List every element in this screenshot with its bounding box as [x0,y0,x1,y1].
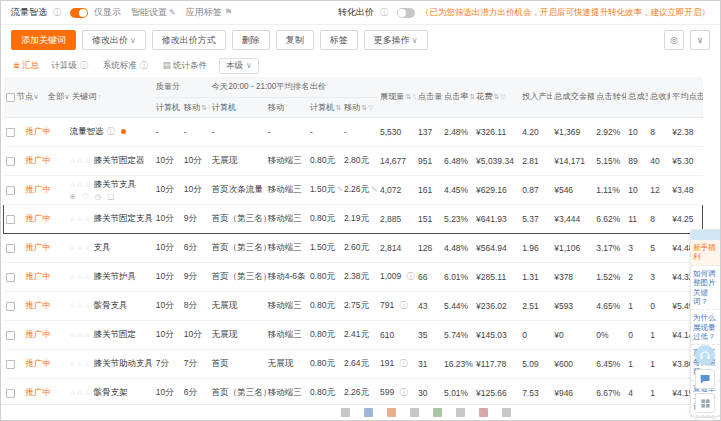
delete-button[interactable]: 删除 [232,30,270,50]
sort-icon[interactable]: ⇅ [470,93,474,100]
keyword-label[interactable]: 膝关节支具 [93,179,136,189]
table-row[interactable]: 推广中☆☆☆髌骨支架10分6分首页（第三名）移动端三0.80元2.26元599 … [4,378,703,407]
row-checkbox[interactable] [6,360,15,369]
row-checkbox[interactable] [6,157,15,166]
traffic-smart-toggle[interactable] [70,8,88,18]
more-actions-button[interactable]: 更多操作∨ [364,30,428,50]
modify-bid-mode-button[interactable]: 修改出价方式 [152,30,226,50]
star-rating-icons[interactable]: ☆☆☆ [70,157,92,164]
edit-bid-icon[interactable]: ✎ [337,185,342,194]
table-row[interactable]: 推广中☆☆☆膝关节固定支具10分9分首页（第三名）移动端三0.80元2.19元2… [4,204,703,233]
conversion-bid-toggle[interactable] [397,8,415,18]
help-link[interactable]: 为什么展现量过低？ [691,310,720,345]
footer-shortcut-icon[interactable] [410,408,419,417]
scope-select[interactable]: 本级∨ [219,58,259,74]
table-row[interactable]: 推广中☆☆☆髌骨支具10分8分无展现移动端三0.80元2.75元791 ⓘ435… [4,291,703,320]
cpc-header[interactable]: 平均点击花费⇅ [670,77,702,117]
gmv-header[interactable]: 总成交金额⇅▽ [552,77,594,117]
table-row[interactable]: 推广中☆☆☆支具10分6分首页（第三名）移动端三1.50元2.60元2,8141… [4,233,703,262]
help-link[interactable]: 如何调整图片关键词？ [691,266,720,311]
row-checkbox[interactable] [6,128,15,137]
keyword-label[interactable]: 髌骨支具 [93,300,127,310]
star-rating-icons[interactable]: ☆☆☆ [70,331,92,338]
cost-header[interactable]: 花费⇅▽ [474,77,520,117]
footer-shortcut-icon[interactable] [502,408,511,417]
footer-shortcut-icon[interactable] [387,408,396,417]
keyword-column-header[interactable]: 关键词↑ [72,92,101,101]
table-row[interactable]: 推广中☆☆☆膝关节固定器10分10分无展现移动端三0.80元2.80元14,67… [4,146,703,175]
apps-icon[interactable] [695,393,715,413]
back-to-top-icon[interactable]: ↑ [695,417,715,421]
ctr-header[interactable]: 点击率⇅▽ [442,77,474,117]
add-keyword-button[interactable]: 添加关键词 [11,30,76,50]
sort-icon[interactable]: ⇅ [406,93,412,100]
filter-icon[interactable]: ▽ [208,104,210,111]
table-row[interactable]: 推广中☆☆☆膝关节固定10分10分无展现移动端三0.80元2.41元610355… [4,320,703,349]
filter-icon[interactable]: ▽ [412,93,416,100]
copy-button[interactable]: 复制 [276,30,314,50]
footer-shortcut-icon[interactable] [479,408,488,417]
keyword-action-icons[interactable]: ⊕ ♡ ◷ ▢ [70,192,152,201]
star-rating-icons[interactable]: ☆☆☆ [70,273,92,280]
star-rating-icons[interactable]: ☆☆☆ [70,360,92,367]
keyword-label[interactable]: 支具 [93,242,110,252]
orders-header[interactable]: 总成交笔数⇅ [626,77,648,117]
keyword-label[interactable]: 膝关节固定 [93,329,136,339]
footer-shortcut-icon[interactable] [341,408,350,417]
edit-bid-icon[interactable]: ✎ [371,185,377,194]
row-checkbox[interactable] [6,389,15,398]
row-checkbox[interactable] [6,331,15,340]
impressions-header[interactable]: 展现量⇅▽ [378,77,416,117]
score-pc-header[interactable]: 计算机⇅▽ [154,97,182,117]
filter-icon[interactable]: ▽ [500,93,505,100]
bid-pc-header[interactable]: 计算机⇅▽ [308,97,342,117]
star-rating-icons[interactable]: ☆☆☆ [70,389,92,396]
keyword-label[interactable]: 膝关节助动支具 [93,358,153,368]
settings-icon[interactable]: ◎ [664,30,684,50]
row-checkbox[interactable] [6,302,15,311]
node-column-filter[interactable]: 节点∨ [17,92,39,101]
apply-tag-link[interactable]: 应用标签 ⚑ [186,6,233,19]
collapse-icon[interactable]: ∨ [690,30,710,50]
table-row[interactable]: 推广中流量智选ⓘ------5,5301372.48%¥326.114.20¥1… [4,117,703,146]
sort-icon[interactable]: ⇅ [361,104,367,111]
modify-bid-button[interactable]: 修改出价∨ [82,30,146,50]
roi-header[interactable]: 投入产出比⇅ [520,77,552,117]
keyword-label[interactable]: 髌骨支架 [93,387,127,397]
table-row[interactable]: 推广中☆☆☆膝关节护具10分9分首页（第三名）移动4-6条0.80元2.38元1… [4,262,703,291]
table-row[interactable]: 推广中☆☆☆膝关节助动支具7分7分首页无展现0.80元2.64元191 ⓘ311… [4,349,703,378]
star-rating-icons[interactable]: ☆☆☆ [70,215,92,222]
stat-condition-label[interactable]: ▤ 统计条件 [163,60,207,72]
help-panel-tab[interactable] [691,230,720,240]
sort-icon[interactable]: ↑ [97,93,101,100]
star-rating-icons[interactable]: ☆☆☆ [70,302,92,309]
score-mobile-header[interactable]: 移动⇅▽ [182,97,210,117]
summary-tab[interactable]: ≣汇总 [13,60,39,72]
chat-icon[interactable] [695,369,715,389]
row-checkbox[interactable] [6,186,15,195]
help-link[interactable]: 新手福利 [691,240,720,266]
clicks-header[interactable]: 点击量⇅▽ [416,77,442,117]
keyword-label[interactable]: 膝关节护具 [93,271,136,281]
keyword-label[interactable]: 膝关节固定器 [93,155,144,165]
row-checkbox[interactable] [6,273,15,282]
star-rating-icons[interactable]: ☆☆☆ [70,244,92,251]
smart-setting-link[interactable]: 智能设置✎ [131,6,176,19]
star-rating-icons[interactable]: ☆☆☆ [70,181,92,188]
row-checkbox[interactable] [6,215,15,224]
footer-shortcut-icon[interactable] [364,408,373,417]
cvr-header[interactable]: 点击转化率⇅ [594,77,626,117]
filter-icon[interactable]: ▽ [368,104,373,111]
calc-filter[interactable]: 计算级ⓘ [51,60,91,72]
keyword-label[interactable]: 膝关节固定支具 [93,213,153,223]
select-all-checkbox[interactable] [6,93,15,102]
sort-icon[interactable]: ⇅ [335,104,341,111]
favs-header[interactable]: 总收藏数⇅ [648,77,670,117]
bid-mobile-header[interactable]: 移动⇅▽ [342,97,378,117]
sort-icon[interactable]: ⇅ [493,93,499,100]
footer-shortcut-icon[interactable] [456,408,465,417]
customer-service-icon[interactable] [695,345,715,365]
keyword-type-filter[interactable]: 全部∨ [48,92,70,101]
sort-icon[interactable]: ⇅ [201,104,207,111]
tag-button[interactable]: 标签 [320,30,358,50]
